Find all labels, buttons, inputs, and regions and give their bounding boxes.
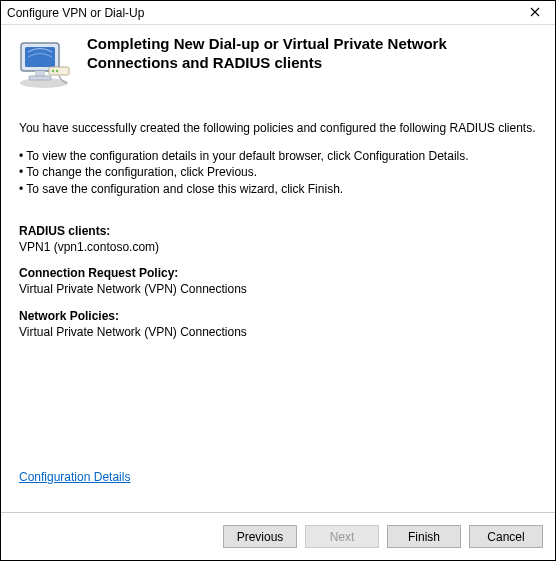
radius-clients-label: RADIUS clients: <box>19 223 537 239</box>
connection-request-policy-label: Connection Request Policy: <box>19 265 537 281</box>
radius-clients-value: VPN1 (vpn1.contoso.com) <box>19 239 537 255</box>
previous-button[interactable]: Previous <box>223 525 297 548</box>
titlebar: Configure VPN or Dial-Up <box>1 1 555 25</box>
wizard-button-row: Previous Next Finish Cancel <box>1 512 555 560</box>
svg-rect-2 <box>25 47 55 67</box>
svg-point-6 <box>52 70 54 72</box>
close-button[interactable] <box>515 1 555 25</box>
connection-request-policy-value: Virtual Private Network (VPN) Connection… <box>19 281 537 297</box>
cancel-button[interactable]: Cancel <box>469 525 543 548</box>
svg-rect-4 <box>29 76 51 80</box>
configuration-details-link[interactable]: Configuration Details <box>19 470 130 484</box>
network-policies-label: Network Policies: <box>19 308 537 324</box>
wizard-body: You have successfully created the follow… <box>1 98 555 512</box>
bullet-save-finish: • To save the configuration and close th… <box>19 181 537 197</box>
wizard-heading: Completing New Dial-up or Virtual Privat… <box>87 35 537 73</box>
monitor-network-icon <box>15 35 73 92</box>
close-icon <box>530 6 540 20</box>
wizard-header: Completing New Dial-up or Virtual Privat… <box>1 25 555 98</box>
bullet-view-details: • To view the configuration details in y… <box>19 148 537 164</box>
finish-button[interactable]: Finish <box>387 525 461 548</box>
network-policies-value: Virtual Private Network (VPN) Connection… <box>19 324 537 340</box>
window-title: Configure VPN or Dial-Up <box>7 6 515 20</box>
instruction-bullets: • To view the configuration details in y… <box>19 148 537 197</box>
svg-rect-3 <box>35 71 45 76</box>
bullet-change-config: • To change the configuration, click Pre… <box>19 164 537 180</box>
intro-text: You have successfully created the follow… <box>19 120 537 136</box>
svg-point-7 <box>56 70 58 72</box>
wizard-window: Configure VPN or Dial-Up Completi <box>0 0 556 561</box>
next-button: Next <box>305 525 379 548</box>
